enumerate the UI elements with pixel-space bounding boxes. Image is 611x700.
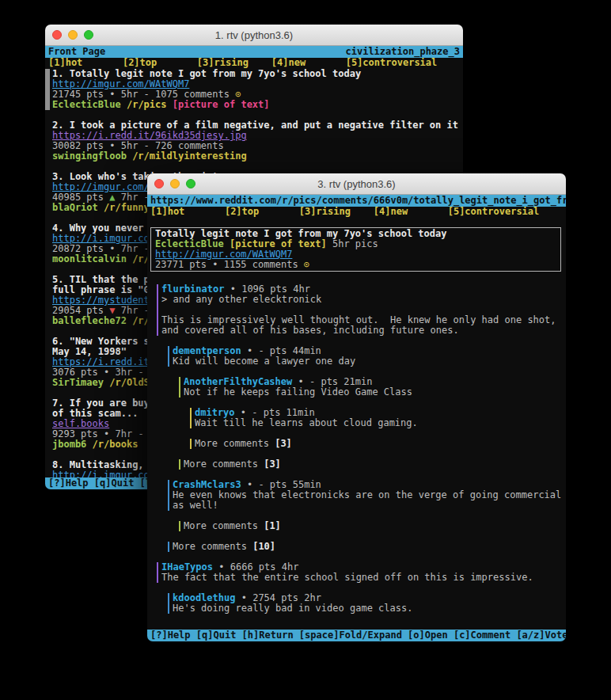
post-subreddit[interactable]: /r/pics xyxy=(121,100,167,110)
comment-author[interactable]: dementperson xyxy=(173,346,241,356)
post-subreddit[interactable]: /r/mildlyinteresting xyxy=(127,151,247,162)
post-title: 1. Totally legit note I got from my 7yo'… xyxy=(52,69,463,79)
post-item[interactable]: 2. I took a picture of a film negative, … xyxy=(52,120,463,162)
comment-author[interactable]: CrashMclars3 xyxy=(173,480,241,490)
post-link[interactable]: https://mystudent xyxy=(52,295,150,306)
post-meta: 3hr - xyxy=(109,367,150,378)
post-score: 30082 pts xyxy=(52,141,109,151)
comment-body: He's doing really bad in video game clas… xyxy=(173,603,566,614)
page-header-bar: Front Page civilization_phaze_3 xyxy=(45,46,463,58)
zoom-icon[interactable] xyxy=(84,30,93,40)
comment[interactable]: kdoodlethug • 2754 pts 2hr He's doing re… xyxy=(168,593,566,614)
post-link[interactable]: https://i.redd.it/96ikd35djesy.jpg xyxy=(52,131,247,141)
comment-body: and covered all of his bases, including … xyxy=(161,325,566,336)
comment-body: Not if he keeps failing Video Game Class xyxy=(184,387,566,398)
post-meta: 5hr - 1075 comments xyxy=(115,89,235,100)
terminal-content: https://www.reddit.com/r/pics/comments/6… xyxy=(147,195,566,641)
post-subreddit[interactable]: /r/books xyxy=(86,439,138,450)
post-subreddit[interactable]: /r/funny xyxy=(98,203,150,213)
traffic-lights xyxy=(154,179,195,188)
sort-tabs[interactable]: [1]hot [2]top [3]rising [4]new [5]contro… xyxy=(147,207,566,217)
comment-meta: • 1096 pts 4hr xyxy=(224,284,309,295)
post-link[interactable]: http://i.imgur.co xyxy=(52,234,150,244)
comment-author[interactable]: dmitryo xyxy=(195,408,235,418)
post-flair: [picture of text] xyxy=(167,100,270,110)
comment[interactable]: dmitryo • - pts 11min Wait till he learn… xyxy=(190,408,566,428)
comment-body: Wait till he learns about cloud gaming. xyxy=(195,418,566,428)
comment-body: > and any other elecktronick xyxy=(161,295,566,305)
post-link[interactable]: https://i.redd.it xyxy=(52,357,150,367)
minimize-icon[interactable] xyxy=(68,30,78,40)
page-title: Front Page xyxy=(48,46,105,58)
post-link[interactable]: http://imgur.com/WAtWQM7 xyxy=(52,79,189,89)
post-meta: 7hr - xyxy=(109,429,150,439)
comment[interactable]: IHaeTypos • 6666 pts 4hr The fact that t… xyxy=(157,562,566,583)
comment-body: This is impressively well thought out. H… xyxy=(161,315,566,325)
post-author[interactable]: swingingfloob xyxy=(52,151,127,162)
logged-in-username: civilization_phaze_3 xyxy=(346,46,461,58)
comment-body xyxy=(161,305,566,315)
comment-meta: • - pts 44min xyxy=(241,346,321,356)
status-bar: [?]Help [q]Quit [h]Return [space]Fold/Ex… xyxy=(147,630,566,641)
window-rtv-comments: 3. rtv (python3.6) https://www.reddit.co… xyxy=(147,173,566,641)
gold-icon: ⊙ xyxy=(235,89,241,100)
post-link[interactable]: http://imgur.com/ xyxy=(52,182,150,192)
comment-meta: • 6666 pts 4hr xyxy=(213,562,298,573)
comment-body: as well! xyxy=(173,500,566,511)
more-comments[interactable]: More comments [3] xyxy=(190,439,566,449)
close-icon[interactable] xyxy=(52,30,62,40)
comment[interactable]: flurbinator • 1096 pts 4hr > and any oth… xyxy=(157,284,566,336)
window-title: 1. rtv (python3.6) xyxy=(215,29,293,41)
titlebar[interactable]: 1. rtv (python3.6) xyxy=(45,25,463,46)
more-comments[interactable]: More comments [3] xyxy=(179,459,566,470)
post-score: 23771 pts • 1155 comments xyxy=(155,260,304,270)
comment-author[interactable]: IHaeTypos xyxy=(161,562,213,573)
zoom-icon[interactable] xyxy=(186,179,195,188)
more-comments-count: [3] xyxy=(275,439,292,449)
post-subreddit[interactable]: /r/ xyxy=(127,316,150,326)
minimize-icon[interactable] xyxy=(170,179,180,188)
post-score: 40985 pts xyxy=(52,192,109,203)
post-score: 29054 pts xyxy=(52,306,109,316)
post-author[interactable]: blaQriot xyxy=(52,203,98,213)
comment[interactable]: CrashMclars3 • - pts 55min He even knows… xyxy=(168,480,566,511)
more-comments[interactable]: More comments [10] xyxy=(168,542,566,552)
comment-meta: • - pts 21min xyxy=(292,377,372,387)
post-link[interactable]: http://imgur.com/WAtWQM7 xyxy=(155,249,292,260)
post-link[interactable]: self.books xyxy=(52,419,109,429)
comment[interactable]: dementperson • - pts 44min Kid will beco… xyxy=(168,346,566,367)
comment-author[interactable]: flurbinator xyxy=(161,284,224,295)
more-comments-count: [1] xyxy=(264,521,281,531)
comment-body: Kid will become a lawyer one day xyxy=(173,356,566,367)
post-score: 3076 pts xyxy=(52,367,104,378)
comment[interactable]: AnotherFilthyCashew • - pts 21min Not if… xyxy=(179,377,566,398)
comment-body: The fact that the entire school signed o… xyxy=(161,573,566,583)
post-flair: [picture of text] xyxy=(224,239,327,249)
comment-tree: flurbinator • 1096 pts 4hr > and any oth… xyxy=(157,284,566,614)
post-header-box[interactable]: Totally legit note I got from my 7yo's s… xyxy=(150,227,561,272)
more-comments-count: [10] xyxy=(252,542,275,552)
post-item[interactable]: 1. Totally legit note I got from my 7yo'… xyxy=(52,69,463,110)
post-subreddit[interactable]: /r/ xyxy=(127,254,150,264)
post-title: Totally legit note I got from my 7yo's s… xyxy=(155,229,556,239)
comment-meta: • - pts 11min xyxy=(235,408,315,418)
post-score: 21745 pts xyxy=(52,89,109,100)
post-score: 20872 pts xyxy=(52,244,109,254)
gold-icon: ⊙ xyxy=(304,260,309,270)
comment-author[interactable]: AnotherFilthyCashew xyxy=(184,377,292,387)
post-author[interactable]: ballefleche72 xyxy=(52,316,127,326)
titlebar[interactable]: 3. rtv (python3.6) xyxy=(147,173,566,195)
post-author[interactable]: jbomb6 xyxy=(52,439,86,450)
post-author[interactable]: moonlitcalvin xyxy=(52,254,127,264)
comment-body: He even knows that electronicks are on t… xyxy=(173,490,566,500)
comment-meta: • - pts 55min xyxy=(241,480,321,490)
post-subreddit[interactable]: /r/OldS xyxy=(104,378,150,388)
close-icon[interactable] xyxy=(154,179,164,188)
post-author[interactable]: SirTimaey xyxy=(52,378,104,388)
more-comments[interactable]: More comments [1] xyxy=(179,521,566,531)
sort-tabs[interactable]: [1]hot [2]top [3]rising [4]new [5]contro… xyxy=(45,58,463,68)
post-author[interactable]: EclecticBlue xyxy=(155,239,224,249)
window-title: 3. rtv (python3.6) xyxy=(317,178,395,190)
comment-author[interactable]: kdoodlethug xyxy=(173,593,235,603)
post-author[interactable]: EclecticBlue xyxy=(52,100,121,110)
